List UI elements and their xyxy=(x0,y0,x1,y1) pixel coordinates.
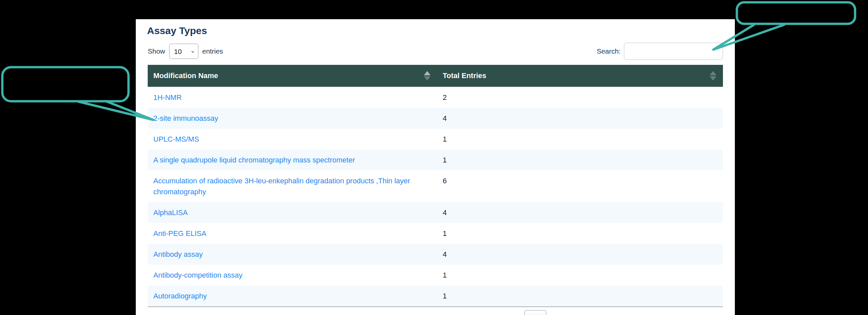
total-entries-cell: 1 xyxy=(437,285,723,307)
assay-types-table: Modification Name Total Entries 1H-NMR 2 xyxy=(148,65,723,307)
table-row: Antibody assay 4 xyxy=(148,244,723,265)
table-row: A single quadrupole liquid chromatograph… xyxy=(148,149,723,170)
sort-icon xyxy=(424,71,431,80)
entries-label: entries xyxy=(203,47,223,55)
annotation-callout-row xyxy=(2,67,128,101)
table-row: 2-site immunoassay 4 xyxy=(148,108,723,129)
total-entries-cell: 2 xyxy=(437,87,723,108)
pagination-button-partial[interactable] xyxy=(524,310,547,315)
column-header-total-entries[interactable]: Total Entries xyxy=(437,65,723,87)
table-row: Autoradiography 1 xyxy=(148,285,723,307)
page-length-control: Show 10 ⌄ entries xyxy=(148,44,223,59)
show-label: Show xyxy=(148,47,165,55)
total-entries-cell: 1 xyxy=(437,265,723,285)
total-entries-cell: 1 xyxy=(437,129,723,149)
page-title: Assay Types xyxy=(147,24,723,38)
search-label: Search: xyxy=(597,47,621,55)
total-entries-cell: 4 xyxy=(437,202,723,223)
content-panel: Assay Types Show 10 ⌄ entries Search: Mo… xyxy=(136,19,735,315)
search-control: Search: xyxy=(597,43,723,60)
total-entries-cell: 1 xyxy=(437,149,723,170)
table-controls: Show 10 ⌄ entries Search: xyxy=(148,43,723,60)
assay-type-link[interactable]: UPLC-MS/MS xyxy=(153,135,199,143)
assay-type-link[interactable]: Anti-PEG ELISA xyxy=(153,229,206,238)
total-entries-cell: 4 xyxy=(437,108,723,129)
search-input[interactable] xyxy=(624,43,723,60)
assay-type-link[interactable]: 2-site immunoassay xyxy=(153,114,218,123)
table-row: AlphaLISA 4 xyxy=(148,202,723,223)
assay-type-link[interactable]: 1H-NMR xyxy=(153,93,182,102)
page-length-select[interactable]: 10 xyxy=(169,44,198,59)
table-row: 1H-NMR 2 xyxy=(148,87,723,108)
assay-type-link[interactable]: AlphaLISA xyxy=(153,208,188,217)
sort-icon xyxy=(710,71,716,80)
screen: { "colors":{ "accent":"#3db3aa", "header… xyxy=(0,0,868,315)
page-length-select-wrap: 10 ⌄ xyxy=(169,44,198,59)
table-row: Antibody-competition assay 1 xyxy=(148,265,723,285)
assay-type-link[interactable]: Antibody assay xyxy=(153,250,203,258)
total-entries-cell: 1 xyxy=(437,223,723,244)
table-row: Accumulation of radioactive 3H-leu-enkep… xyxy=(148,170,723,202)
annotation-callout-search xyxy=(737,2,855,24)
assay-type-link[interactable]: A single quadrupole liquid chromatograph… xyxy=(153,156,355,164)
table-header-row: Modification Name Total Entries xyxy=(148,65,723,87)
total-entries-cell: 6 xyxy=(437,170,723,202)
assay-type-link[interactable]: Autoradiography xyxy=(153,292,207,300)
total-entries-cell: 4 xyxy=(437,244,723,265)
assay-type-link[interactable]: Accumulation of radioactive 3H-leu-enkep… xyxy=(153,177,410,196)
assay-type-link[interactable]: Antibody-competition assay xyxy=(153,271,242,279)
column-header-modification-name[interactable]: Modification Name xyxy=(148,65,437,87)
table-row: Anti-PEG ELISA 1 xyxy=(148,223,723,244)
table-row: UPLC-MS/MS 1 xyxy=(148,129,723,149)
